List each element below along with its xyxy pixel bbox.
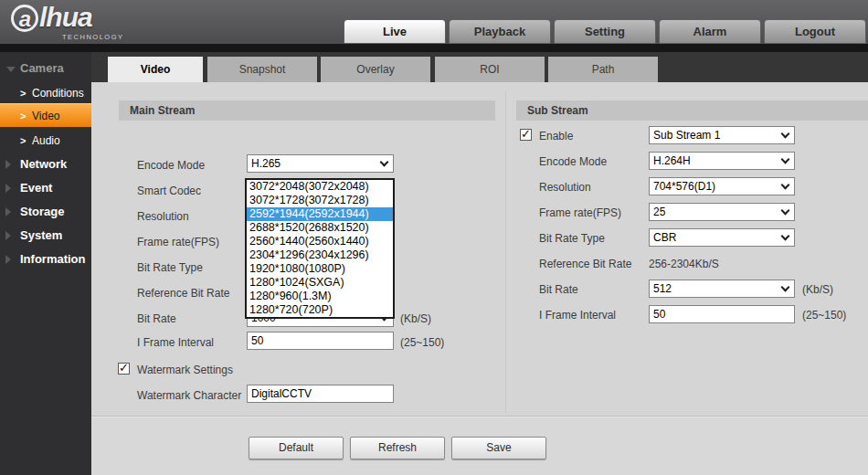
label-frame-rate: Frame rate(FPS) bbox=[137, 236, 219, 248]
sub-encode-mode-value: H.264H bbox=[653, 154, 691, 167]
dropdown-option[interactable]: 1280*1024(SXGA) bbox=[247, 276, 393, 290]
label-sub-reference-bit-rate: Reference Bit Rate bbox=[539, 258, 631, 270]
dropdown-option[interactable]: 3072*2048(3072x2048) bbox=[247, 180, 393, 194]
sub-stream-select-value: Sub Stream 1 bbox=[653, 129, 720, 142]
refresh-button[interactable]: Refresh bbox=[350, 437, 445, 459]
sidebar-item-conditions[interactable]: > Conditions bbox=[0, 81, 91, 105]
sub-frame-rate-value: 25 bbox=[653, 206, 665, 218]
watermark-character-input[interactable] bbox=[247, 385, 394, 403]
nav-tab-setting[interactable]: Setting bbox=[554, 19, 656, 44]
label-sub-resolution: Resolution bbox=[539, 181, 591, 194]
dropdown-option[interactable]: 2304*1296(2304x1296) bbox=[247, 248, 393, 262]
label-bit-rate: Bit Rate bbox=[137, 312, 176, 325]
label-resolution: Resolution bbox=[137, 210, 189, 223]
dropdown-arrow-icon bbox=[781, 155, 790, 164]
chevron-right-icon: > bbox=[20, 81, 26, 105]
label-sub-encode-mode: Encode Mode bbox=[539, 155, 607, 168]
sub-stream-header: Sub Stream bbox=[516, 100, 868, 121]
triangle-down-icon bbox=[6, 67, 16, 72]
sub-resolution-select[interactable]: 704*576(D1) bbox=[649, 177, 795, 195]
sidebar-item-network[interactable]: Network bbox=[0, 153, 91, 176]
triangle-right-icon bbox=[5, 207, 11, 216]
label-encode-mode: Encode Mode bbox=[137, 159, 205, 172]
triangle-right-icon bbox=[5, 160, 11, 169]
label-sub-bit-rate-type: Bit Rate Type bbox=[539, 232, 605, 245]
label-enable: Enable bbox=[539, 130, 573, 142]
sub-i-frame-interval-input[interactable] bbox=[649, 305, 795, 323]
sub-bit-rate-type-select[interactable]: CBR bbox=[649, 228, 795, 247]
sub-stream-enable-checkbox[interactable]: ✓ bbox=[520, 129, 532, 141]
tab-video[interactable]: Video bbox=[108, 57, 203, 82]
tab-snapshot[interactable]: Snapshot bbox=[207, 57, 317, 82]
tab-path[interactable]: Path bbox=[548, 57, 658, 82]
tab-roi[interactable]: ROI bbox=[435, 57, 545, 82]
dropdown-option[interactable]: 2592*1944(2592x1944) bbox=[247, 207, 393, 221]
sidebar-item-camera[interactable]: Camera bbox=[0, 57, 91, 80]
nav-tab-alarm[interactable]: Alarm bbox=[659, 19, 761, 44]
dahua-logo: alhua TECHNOLOGY bbox=[11, 2, 157, 42]
dropdown-option[interactable]: 1920*1080(1080P) bbox=[247, 262, 393, 276]
dropdown-option[interactable]: 1280*720(720P) bbox=[247, 303, 393, 317]
label-i-frame-interval: I Frame Interval bbox=[137, 336, 214, 349]
check-icon: ✓ bbox=[119, 361, 129, 375]
sidebar-item-event[interactable]: Event bbox=[0, 176, 91, 200]
logo-rest: lhua bbox=[39, 2, 92, 32]
sub-bit-rate-type-value: CBR bbox=[653, 231, 676, 244]
dropdown-option[interactable]: 1280*960(1.3M) bbox=[247, 290, 393, 303]
triangle-right-icon bbox=[5, 231, 11, 240]
sub-encode-mode-select[interactable]: H.264H bbox=[649, 152, 795, 170]
settings-sidebar: Camera > Conditions > Video > Audio Netw… bbox=[0, 52, 91, 475]
label-sub-frame-rate: Frame rate(FPS) bbox=[539, 206, 621, 219]
sub-reference-bit-rate-value: 256-2304Kb/S bbox=[649, 258, 719, 270]
main-stream-header: Main Stream bbox=[119, 100, 495, 121]
bit-rate-unit: (Kb/S) bbox=[400, 312, 431, 325]
sub-bit-rate-value: 512 bbox=[653, 282, 672, 295]
dropdown-arrow-icon bbox=[380, 158, 389, 167]
panel-divider bbox=[505, 91, 506, 413]
logo-a-ring: a bbox=[11, 5, 38, 32]
sub-resolution-value: 704*576(D1) bbox=[653, 180, 715, 193]
resolution-dropdown[interactable]: 3072*2048(3072x2048)3072*1728(3072x1728)… bbox=[245, 178, 395, 319]
i-frame-interval-input[interactable] bbox=[247, 332, 394, 350]
dropdown-option[interactable]: 2560*1440(2560x1440) bbox=[247, 235, 393, 248]
logo-wordmark: alhua bbox=[11, 2, 157, 33]
chevron-right-icon: > bbox=[20, 104, 26, 128]
dropdown-arrow-icon bbox=[781, 206, 790, 216]
tab-overlay[interactable]: Overlay bbox=[321, 57, 430, 82]
save-button[interactable]: Save bbox=[451, 437, 546, 459]
encode-mode-select[interactable]: H.265 bbox=[247, 154, 394, 173]
check-icon: ✓ bbox=[521, 127, 531, 141]
sub-bit-rate-select[interactable]: 512 bbox=[649, 280, 795, 298]
sub-frame-rate-select[interactable]: 25 bbox=[649, 203, 795, 221]
watermark-settings-checkbox[interactable]: ✓ bbox=[118, 363, 130, 375]
triangle-right-icon bbox=[5, 255, 11, 264]
sub-stream-select[interactable]: Sub Stream 1 bbox=[649, 126, 795, 144]
nav-tab-live[interactable]: Live bbox=[344, 19, 446, 44]
label-bit-rate-type: Bit Rate Type bbox=[137, 261, 203, 274]
sidebar-item-information[interactable]: Information bbox=[0, 248, 91, 271]
top-header-bar: alhua TECHNOLOGY Live Playback Setting A… bbox=[0, 0, 868, 44]
sidebar-item-system[interactable]: System bbox=[0, 224, 91, 248]
label-watermark-settings: Watermark Settings bbox=[137, 364, 233, 376]
footer-bar: Default Refresh Save bbox=[91, 416, 868, 475]
dahua-camera-settings-page: alhua TECHNOLOGY Live Playback Setting A… bbox=[0, 0, 868, 475]
label-reference-bit-rate: Reference Bit Rate bbox=[137, 287, 229, 300]
sidebar-item-audio[interactable]: > Audio bbox=[0, 129, 91, 153]
nav-tab-logout[interactable]: Logout bbox=[764, 19, 866, 44]
dropdown-option[interactable]: 2688*1520(2688x1520) bbox=[247, 221, 393, 235]
dropdown-arrow-icon bbox=[781, 283, 790, 292]
logo-technology-text: TECHNOLOGY bbox=[62, 33, 124, 41]
nav-tab-playback[interactable]: Playback bbox=[449, 19, 551, 44]
label-smart-codec: Smart Codec bbox=[137, 185, 201, 197]
dropdown-arrow-icon bbox=[781, 232, 790, 241]
dropdown-arrow-icon bbox=[781, 181, 790, 190]
video-subtab-bar: Video Snapshot Overlay ROI Path bbox=[91, 52, 868, 82]
sub-i-frame-interval-range: (25~150) bbox=[802, 309, 846, 322]
sidebar-item-storage[interactable]: Storage bbox=[0, 200, 91, 224]
sidebar-item-video[interactable]: > Video bbox=[0, 103, 91, 127]
label-sub-bit-rate: Bit Rate bbox=[539, 283, 578, 296]
encode-mode-value: H.265 bbox=[251, 157, 281, 170]
label-sub-i-frame-interval: I Frame Interval bbox=[539, 309, 616, 322]
default-button[interactable]: Default bbox=[249, 437, 344, 459]
dropdown-option[interactable]: 3072*1728(3072x1728) bbox=[247, 194, 393, 207]
